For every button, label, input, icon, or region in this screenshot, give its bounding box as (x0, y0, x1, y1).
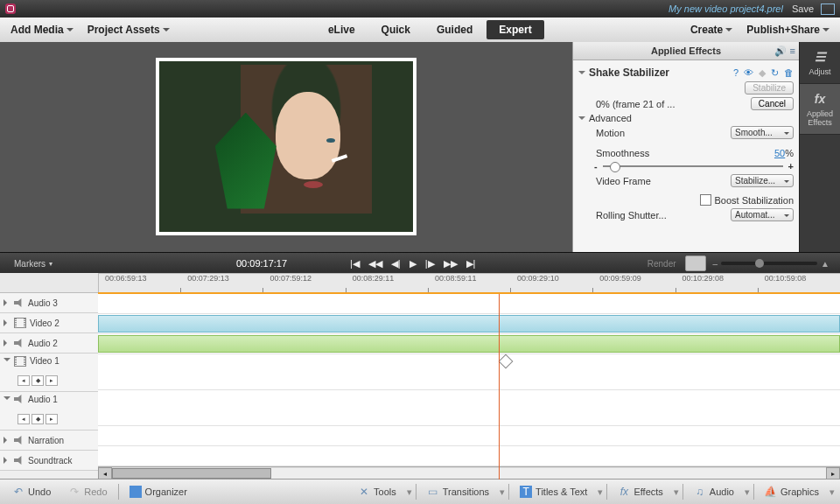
speaker-icon[interactable] (14, 339, 24, 347)
goto-start-icon[interactable]: |◀ (350, 258, 360, 270)
speaker-icon[interactable] (14, 436, 24, 444)
keyframe-icon[interactable]: ◆ (759, 67, 766, 79)
videoframe-select[interactable]: Stabilize... (731, 174, 794, 187)
timecode[interactable]: 00:09:17:17 (236, 258, 287, 269)
rolling-label: Rolling Shutter... (578, 210, 667, 220)
mode-guided[interactable]: Guided (424, 20, 485, 39)
redo-button[interactable]: ↷Redo (61, 486, 114, 498)
track-next-kf[interactable]: ▸ (46, 414, 58, 424)
track-header-soundtrack[interactable]: Soundtrack (0, 451, 98, 471)
track-header-narration[interactable]: Narration (0, 430, 98, 451)
track-header-audio1[interactable]: Audio 1◂◆▸ (0, 392, 98, 430)
chevron-down-icon[interactable]: ▾ (598, 486, 603, 498)
project-assets-menu[interactable]: Project Assets (80, 24, 177, 36)
graphics-icon: ⛵ (765, 486, 777, 498)
track-header-audio2[interactable]: Audio 2 (0, 333, 98, 354)
scroll-right-icon[interactable]: ▸ (826, 467, 840, 480)
mode-expert[interactable]: Expert (486, 20, 543, 39)
chevron-down-icon[interactable]: ▾ (745, 486, 750, 498)
chevron-down-icon[interactable]: ▾ (500, 486, 505, 498)
transitions-button[interactable]: ▭Transitions (420, 486, 496, 498)
advanced-label: Advanced (589, 113, 632, 123)
zoom-out-icon[interactable]: – (713, 259, 718, 269)
rail-adjust[interactable]: ☰Adjust (800, 42, 840, 84)
add-media-menu[interactable]: Add Media (4, 24, 80, 36)
track-add-kf[interactable]: ◆ (32, 414, 44, 424)
help-icon[interactable]: ? (733, 67, 738, 79)
goto-end-icon[interactable]: ▶| (466, 258, 476, 270)
chevron-down-icon[interactable]: ▾ (830, 486, 835, 498)
publish-menu[interactable]: Publish+Share (739, 24, 836, 36)
eye-icon[interactable]: 👁 (744, 67, 753, 79)
play-icon[interactable]: ▶ (410, 258, 416, 270)
graphics-button[interactable]: ⛵Graphics (758, 486, 826, 498)
create-menu[interactable]: Create (683, 24, 739, 36)
organizer-button[interactable]: Organizer (122, 486, 194, 498)
sliders-icon: ☰ (812, 49, 828, 65)
speaker-icon[interactable] (14, 395, 24, 403)
zoom-slider[interactable] (721, 262, 817, 265)
playhead[interactable] (499, 294, 500, 480)
timeline-area[interactable] (98, 292, 840, 480)
motion-label: Motion (578, 128, 675, 138)
track-prev-kf[interactable]: ◂ (18, 375, 30, 386)
track-prev-kf[interactable]: ◂ (18, 414, 30, 424)
effect-disclosure[interactable] (578, 71, 585, 78)
titles-button[interactable]: TTitles & Text (513, 486, 594, 498)
track-next-kf[interactable]: ▸ (46, 375, 58, 386)
advanced-disclosure[interactable] (578, 116, 585, 123)
markers-menu[interactable]: Markers▾ (7, 259, 60, 269)
rail-applied-effects[interactable]: fxApplied Effects (800, 84, 840, 135)
effects-button[interactable]: fxEffects (611, 486, 669, 498)
preview-frame (159, 61, 413, 232)
track-header-audio3[interactable]: Audio 3 (0, 293, 98, 313)
project-title: My new video project4.prel (668, 4, 783, 14)
keyframe-marker[interactable] (499, 354, 514, 369)
panel-audio-icon[interactable]: 🔊 (774, 46, 787, 57)
scroll-thumb[interactable] (112, 468, 271, 479)
step-fwd-icon[interactable]: |▶ (425, 258, 435, 270)
render-button[interactable] (685, 256, 706, 271)
preview-monitor[interactable] (0, 42, 572, 252)
film-icon[interactable] (14, 318, 26, 328)
clip-audio2[interactable] (98, 335, 840, 353)
track-header-video1[interactable]: Video 1◂◆▸ (0, 354, 98, 392)
lane-audio2 (98, 334, 840, 354)
reset-icon[interactable]: ↻ (771, 67, 779, 79)
track-add-kf[interactable]: ◆ (32, 375, 44, 386)
timeline-scrollbar[interactable]: ◂ ▸ (98, 466, 840, 480)
boost-label: Boost Stabilization (715, 195, 794, 206)
speaker-icon[interactable] (14, 456, 24, 465)
redo-icon: ↷ (68, 486, 80, 498)
next-edit-icon[interactable]: ▶▶ (444, 258, 458, 270)
tools-button[interactable]: ✕Tools (351, 486, 403, 498)
smoothness-slider[interactable] (603, 165, 783, 167)
smoothness-value[interactable]: 50 (774, 148, 785, 158)
rolling-select[interactable]: Automat... (731, 208, 794, 221)
undo-button[interactable]: ↶Undo (5, 486, 58, 498)
step-back-icon[interactable]: ◀| (391, 258, 401, 270)
zoom-in-icon[interactable]: ▲ (821, 259, 830, 269)
save-button[interactable]: Save (792, 4, 814, 14)
trash-icon[interactable]: 🗑 (784, 67, 794, 79)
mode-quick[interactable]: Quick (369, 20, 423, 39)
lane-video2 (98, 314, 840, 334)
boost-checkbox[interactable] (700, 194, 711, 206)
chevron-down-icon[interactable]: ▾ (407, 486, 412, 498)
motion-select[interactable]: Smooth... (731, 126, 794, 139)
fullscreen-icon[interactable] (821, 4, 835, 15)
panel-title: Applied Effects (651, 46, 721, 56)
film-icon[interactable] (14, 356, 26, 367)
clip-video2[interactable] (98, 315, 840, 332)
speaker-icon[interactable] (14, 298, 24, 307)
mode-elive[interactable]: eLive (316, 20, 368, 39)
time-ruler[interactable]: 00:06:59:13 00:07:29:13 00:07:59:12 00:0… (98, 273, 840, 294)
cancel-button[interactable]: Cancel (751, 97, 794, 110)
track-header-video2[interactable]: Video 2 (0, 313, 98, 333)
prev-edit-icon[interactable]: ◀◀ (368, 258, 382, 270)
wrench-icon: ✕ (358, 486, 370, 498)
chevron-down-icon[interactable]: ▾ (674, 486, 679, 498)
panel-menu-icon[interactable]: ≡ (790, 46, 795, 57)
audio-button[interactable]: ♫Audio (687, 486, 741, 498)
scroll-left-icon[interactable]: ◂ (98, 467, 112, 480)
